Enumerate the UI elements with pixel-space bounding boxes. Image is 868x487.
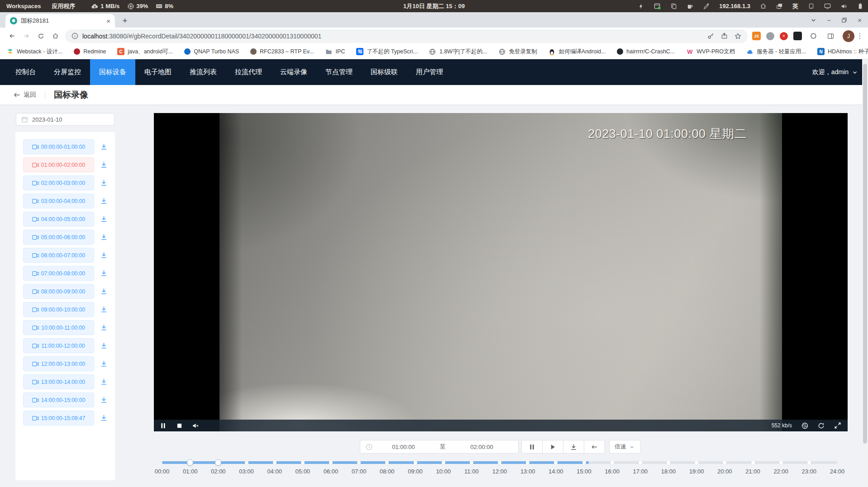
- window-restore-button[interactable]: [841, 17, 848, 24]
- extension-js-icon[interactable]: JS: [752, 32, 761, 40]
- caffeine-tray-icon[interactable]: [687, 3, 693, 9]
- bookmark-item[interactable]: 服务器 - 轻量应用...: [746, 48, 806, 56]
- player-pause-icon[interactable]: [160, 422, 167, 429]
- record-pill[interactable]: 03:00:00-04:00:00: [23, 194, 94, 208]
- address-bar[interactable]: localhost:38080/#/gbRecordDetail/3402000…: [65, 29, 748, 43]
- pause-button[interactable]: [521, 440, 543, 454]
- bookmark-item[interactable]: NHDAtmos :: 种子 *...: [817, 48, 868, 56]
- download-record-button[interactable]: [100, 342, 108, 350]
- nav-tab-电子地图[interactable]: 电子地图: [135, 59, 181, 85]
- bookmark-item[interactable]: Webstack - 设计...: [6, 48, 62, 56]
- color-picker-tray-icon[interactable]: [703, 3, 710, 9]
- nav-tab-用户管理[interactable]: 用户管理: [407, 59, 452, 85]
- download-record-button[interactable]: [100, 288, 108, 296]
- download-record-button[interactable]: [100, 233, 108, 241]
- download-record-button[interactable]: [100, 143, 108, 151]
- player-refresh-icon[interactable]: [818, 422, 825, 429]
- snapshot-shutter-icon[interactable]: [801, 422, 808, 429]
- tab-search-chevron-icon[interactable]: [810, 17, 817, 24]
- record-pill[interactable]: 01:00:00-02:00:00: [23, 157, 94, 172]
- bookmark-item[interactable]: RFC2833 – RTP Ev...: [250, 48, 314, 55]
- download-record-button[interactable]: [100, 197, 108, 205]
- extensions-puzzle-icon[interactable]: [808, 31, 818, 41]
- browser-menu-kebab-icon[interactable]: ⋮: [856, 32, 863, 40]
- extension-dark-icon[interactable]: [793, 32, 802, 40]
- play-button[interactable]: [542, 440, 563, 454]
- record-pill[interactable]: 08:00:00-09:00:00: [23, 284, 94, 299]
- download-record-button[interactable]: [100, 179, 108, 187]
- record-pill[interactable]: 06:00:00-07:00:00: [23, 248, 94, 263]
- record-pill[interactable]: 11:00:00-12:00:00: [23, 338, 94, 353]
- record-pill[interactable]: 14:00:00-15:00:00: [23, 392, 94, 407]
- record-pill[interactable]: 09:00:00-10:00:00: [23, 302, 94, 317]
- timeline-track[interactable]: [162, 461, 837, 464]
- share-icon[interactable]: [721, 33, 728, 39]
- download-button[interactable]: [563, 440, 584, 454]
- timeline-handle[interactable]: [187, 459, 193, 466]
- download-record-button[interactable]: [100, 251, 108, 260]
- nav-tab-推流列表[interactable]: 推流列表: [181, 59, 226, 85]
- download-record-button[interactable]: [100, 360, 108, 368]
- bookmark-item[interactable]: IPC: [325, 48, 345, 55]
- record-pill[interactable]: 15:00:00-15:09:47: [23, 411, 94, 426]
- nav-tab-国标设备[interactable]: 国标设备: [90, 59, 135, 85]
- workspaces-button[interactable]: Workspaces: [6, 3, 41, 9]
- clipboard-tray-icon[interactable]: [670, 3, 677, 9]
- download-record-button[interactable]: [100, 270, 108, 278]
- player-stop-icon[interactable]: [176, 422, 183, 429]
- site-info-icon[interactable]: [72, 33, 78, 39]
- record-pill[interactable]: 02:00:00-03:00:00: [23, 175, 94, 190]
- bookmark-item[interactable]: 1.8W字|了不起的...: [429, 48, 487, 56]
- tab-close-icon[interactable]: ×: [106, 18, 110, 24]
- scrollbar-thumb[interactable]: [863, 64, 867, 444]
- timeline-handle[interactable]: [215, 459, 221, 466]
- browser-forward-icon[interactable]: [20, 30, 33, 43]
- new-tab-button[interactable]: +: [119, 14, 131, 27]
- home-tray-icon[interactable]: [760, 3, 767, 9]
- record-pill[interactable]: 10:00:00-11:00:00: [23, 320, 94, 335]
- display-settings-icon[interactable]: [824, 3, 831, 9]
- record-pill[interactable]: 00:00:00-01:00:00: [23, 139, 94, 154]
- download-record-button[interactable]: [100, 396, 108, 404]
- volume-icon[interactable]: [840, 3, 847, 9]
- bookmark-item[interactable]: 如何编译Android...: [548, 48, 606, 56]
- bookmark-item[interactable]: hairrrrr/C-CrashC...: [617, 48, 675, 55]
- record-pill[interactable]: 12:00:00-13:00:00: [23, 356, 94, 371]
- nav-tab-云端录像[interactable]: 云端录像: [271, 59, 316, 85]
- applications-menu[interactable]: 应用程序: [52, 2, 75, 10]
- record-pill[interactable]: 07:00:00-08:00:00: [23, 266, 94, 281]
- end-time-value[interactable]: 02:00:00: [451, 444, 513, 450]
- player-mute-icon[interactable]: [192, 422, 199, 429]
- date-picker-input[interactable]: 2023-01-10: [16, 113, 114, 126]
- browser-reload-icon[interactable]: [34, 30, 47, 43]
- record-pill[interactable]: 05:00:00-06:00:00: [23, 230, 94, 245]
- browser-tab[interactable]: 国标28181 ×: [5, 14, 115, 28]
- bookmark-item[interactable]: WWVP-PRO文档: [686, 48, 735, 56]
- profile-avatar[interactable]: J: [843, 30, 854, 42]
- bookmark-item[interactable]: Cjava、android可...: [117, 48, 173, 56]
- back-button[interactable]: 返回: [14, 91, 36, 99]
- download-record-button[interactable]: [100, 306, 108, 314]
- bookmark-item[interactable]: 知了不起的 TypeScri...: [356, 48, 418, 56]
- browser-back-icon[interactable]: [5, 30, 18, 43]
- bookmark-item[interactable]: QNAP Turbo NAS: [184, 48, 239, 55]
- workspaces-tray-icon[interactable]: [776, 3, 783, 9]
- device-sync-icon[interactable]: [808, 3, 815, 9]
- fullscreen-icon[interactable]: [834, 422, 841, 429]
- start-time-value[interactable]: 01:00:00: [372, 444, 434, 450]
- bookmark-star-icon[interactable]: [734, 33, 741, 39]
- bookmark-item[interactable]: 免登录复制: [498, 48, 537, 56]
- side-panel-icon[interactable]: [825, 31, 835, 41]
- app-indicator-icon[interactable]: [654, 3, 661, 9]
- download-record-button[interactable]: [100, 215, 108, 223]
- seek-back-button[interactable]: [584, 440, 605, 454]
- nav-tab-节点管理[interactable]: 节点管理: [316, 59, 362, 85]
- user-menu[interactable]: 欢迎，admin: [812, 59, 868, 85]
- bolt-tray-icon[interactable]: [638, 3, 644, 9]
- nav-tab-控制台[interactable]: 控制台: [6, 59, 45, 85]
- download-record-button[interactable]: [100, 324, 108, 332]
- extension-red-icon[interactable]: ×: [780, 32, 788, 40]
- password-key-icon[interactable]: [707, 33, 714, 39]
- browser-home-icon[interactable]: [49, 30, 62, 43]
- download-record-button[interactable]: [100, 161, 108, 169]
